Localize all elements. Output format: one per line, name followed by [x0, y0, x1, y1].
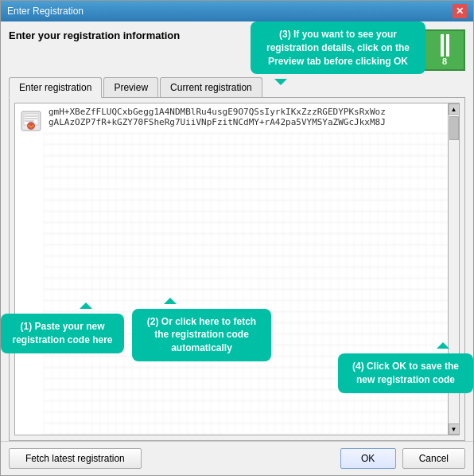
tooltip-preview-text: (3) If you want to see your registration…: [266, 29, 410, 67]
header-title: Enter your registration information: [9, 29, 180, 41]
scrollbar-up-button[interactable]: ▲: [449, 103, 460, 115]
scrollbar-down-button[interactable]: ▼: [449, 423, 460, 435]
logo-number: 8: [442, 57, 447, 66]
footer: Fetch latest registration OK Cancel: [1, 441, 473, 475]
tooltip-paste: (1) Paste your new registration code her…: [1, 314, 124, 353]
app-logo: 8: [424, 29, 465, 71]
logo-inner: 8: [441, 34, 449, 66]
tooltip-ok-text: (4) Click OK to save the new registratio…: [352, 361, 459, 385]
tooltip-fetch-text: (2) Or click here to fetch the registrat…: [147, 316, 256, 354]
window-body: Enter your registration information 8 (3…: [1, 21, 473, 441]
tooltip-ok: (4) Click OK to save the new registratio…: [338, 353, 473, 393]
close-button[interactable]: ✕: [453, 4, 467, 18]
window-title: Enter Registration: [7, 6, 84, 17]
main-window: Enter Registration ✕ Enter your registra…: [0, 0, 474, 476]
fetch-registration-button[interactable]: Fetch latest registration: [9, 448, 142, 469]
logo-lines: [441, 34, 449, 57]
tab-current-registration[interactable]: Current registration: [160, 77, 262, 97]
cancel-button[interactable]: Cancel: [402, 448, 465, 469]
tab-preview[interactable]: Preview: [103, 77, 158, 97]
tooltip-fetch: (2) Or click here to fetch the registrat…: [132, 309, 271, 361]
tooltip-preview: (3) If you want to see your registration…: [251, 21, 425, 74]
certificate-icon: [20, 110, 42, 132]
logo-line-1: [441, 34, 444, 57]
tab-bar: Enter registration Preview Current regis…: [9, 77, 465, 98]
scrollbar-thumb[interactable]: [449, 116, 459, 140]
ok-button[interactable]: OK: [340, 448, 396, 469]
tab-enter-registration[interactable]: Enter registration: [9, 77, 102, 98]
tooltip-paste-text: (1) Paste your new registration code her…: [12, 321, 112, 345]
title-bar: Enter Registration ✕: [1, 1, 473, 21]
certificate-icon-container: [15, 103, 47, 435]
footer-right-buttons: OK Cancel: [340, 448, 465, 469]
logo-line-2: [446, 34, 449, 57]
